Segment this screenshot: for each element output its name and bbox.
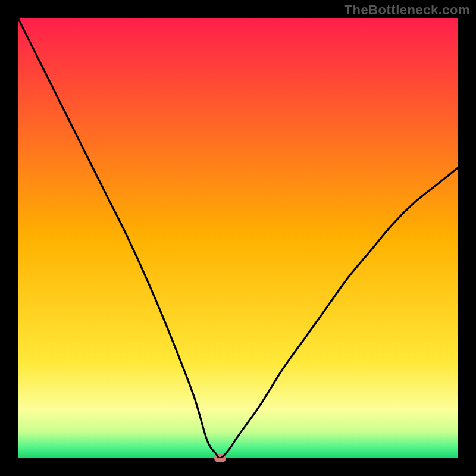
curve-svg bbox=[18, 18, 458, 458]
chart-frame: TheBottleneck.com bbox=[0, 0, 476, 476]
watermark-text: TheBottleneck.com bbox=[345, 2, 470, 18]
bottleneck-curve-path bbox=[18, 18, 458, 458]
plot-area bbox=[18, 18, 458, 458]
